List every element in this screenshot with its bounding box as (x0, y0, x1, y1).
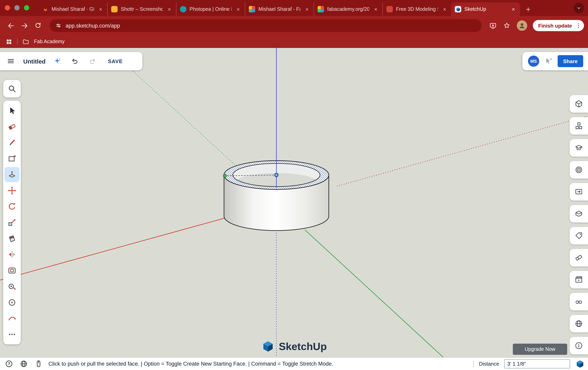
forward-button[interactable] (18, 19, 31, 32)
panel-components[interactable] (570, 117, 588, 135)
help-icon[interactable] (4, 359, 14, 369)
tool-offset[interactable] (4, 263, 20, 278)
tab-close-icon[interactable] (510, 6, 516, 12)
profile-avatar[interactable] (517, 20, 527, 31)
bookmark-folder[interactable]: Fab Academy (34, 39, 65, 44)
browser-tab[interactable]: fabacademy.org/20 (314, 2, 382, 16)
site-controls-icon[interactable] (55, 22, 62, 29)
divider (473, 361, 474, 367)
red-axis-dotted (337, 116, 588, 186)
back-button[interactable] (4, 19, 18, 32)
panel-tags[interactable] (570, 227, 588, 245)
reload-button[interactable] (31, 19, 45, 32)
info-icon (574, 341, 583, 350)
tab-title: SketchUp (464, 6, 507, 12)
upgrade-now-button[interactable]: Upgrade Now (513, 344, 567, 355)
3d-model-view[interactable] (0, 48, 588, 357)
panel-entity-info[interactable] (570, 95, 588, 113)
ai-sparkle-button[interactable] (51, 55, 63, 67)
tool-paint-bucket[interactable] (4, 231, 20, 246)
tool-more[interactable] (4, 327, 20, 342)
materials-icon (574, 253, 583, 262)
finish-update-button[interactable]: Finish update (533, 20, 584, 31)
apps-grid-icon[interactable] (6, 38, 12, 45)
menu-kebab-icon[interactable] (575, 22, 582, 29)
panel-outliner[interactable] (570, 205, 588, 222)
document-title[interactable]: Untitled (23, 58, 46, 65)
photopea-icon (180, 6, 186, 12)
browser-tab[interactable]: Mishael Sharaf - Fa (245, 2, 314, 16)
tool-scale[interactable] (4, 215, 20, 230)
tool-flip[interactable] (4, 247, 20, 262)
browser-tab[interactable]: Shottr – Screensho (107, 2, 176, 16)
tool-line[interactable] (4, 135, 20, 150)
bookmarks-bar: Fab Academy (0, 35, 588, 48)
tool-push-pull[interactable] (4, 167, 20, 182)
sketchup-logo-icon (261, 340, 275, 353)
tool-rotate[interactable] (4, 199, 20, 214)
tool-palette (3, 101, 21, 344)
tool-search-button[interactable] (3, 80, 21, 98)
scenes-icon (574, 275, 583, 284)
shottr-icon (111, 6, 118, 12)
url-bar[interactable]: app.sketchup.com/app (50, 19, 481, 32)
panel-styles[interactable] (570, 161, 588, 179)
components-icon (574, 121, 583, 130)
glasses-icon (574, 297, 583, 306)
live-cursor-icon[interactable] (544, 57, 553, 66)
install-app-icon[interactable] (486, 19, 500, 32)
panel-rail (570, 95, 588, 354)
new-tab-button[interactable] (522, 4, 534, 15)
tab-close-icon[interactable] (372, 6, 379, 12)
share-button[interactable]: Share (558, 55, 583, 67)
browser-tab-active[interactable]: SketchUp (451, 2, 520, 16)
app-toolbar: Untitled SAVE (0, 52, 142, 70)
browser-tab[interactable]: Photopea | Online P (176, 2, 245, 16)
redo-button[interactable] (86, 55, 98, 67)
status-bar: Click to push or pull the selected face.… (0, 357, 588, 370)
panel-scenes[interactable] (570, 271, 588, 289)
window-close-button[interactable] (5, 5, 10, 10)
tool-eraser[interactable] (4, 119, 20, 134)
panel-materials[interactable] (570, 249, 588, 267)
tool-tape-measure[interactable] (4, 279, 20, 294)
window-minimize-button[interactable] (14, 5, 20, 10)
mouse-settings-icon[interactable] (34, 359, 43, 369)
panel-model-info[interactable] (570, 337, 588, 354)
divider (17, 38, 18, 45)
browser-tab[interactable]: Mishael Sharaf · Git (38, 2, 107, 16)
language-globe-icon[interactable] (19, 359, 28, 369)
tab-close-icon[interactable] (166, 6, 172, 12)
tab-title: Photopea | Online P (189, 6, 231, 12)
tab-search-button[interactable] (574, 3, 584, 13)
tab-close-icon[interactable] (441, 6, 448, 12)
tool-orbit[interactable] (4, 311, 20, 326)
main-menu-button[interactable] (4, 54, 18, 68)
tab-close-icon[interactable] (304, 6, 310, 12)
push-pull-icon (7, 170, 17, 180)
tool-move[interactable] (4, 183, 20, 198)
bookmark-star-icon[interactable] (500, 19, 513, 32)
sketchup-icon (455, 6, 461, 12)
scale-icon (7, 218, 17, 227)
panel-views[interactable] (570, 183, 588, 200)
undo-button[interactable] (69, 55, 81, 67)
user-avatar[interactable]: MS (528, 56, 539, 67)
tab-title: Shottr – Screensho (121, 6, 163, 12)
panel-geolocation[interactable] (570, 315, 588, 332)
panel-overlays[interactable] (570, 293, 588, 310)
browser-tab[interactable]: Free 3D Modeling S (382, 2, 451, 16)
tab-close-icon[interactable] (97, 6, 104, 12)
save-button[interactable]: SAVE (108, 58, 123, 64)
tool-select[interactable] (4, 103, 20, 118)
browser-toolbar: app.sketchup.com/app Finish update (0, 16, 588, 35)
tool-shapes[interactable] (4, 151, 20, 166)
window-zoom-button[interactable] (24, 5, 29, 10)
tab-close-icon[interactable] (235, 6, 241, 12)
sketchup-viewport: Untitled SAVE MS Share (0, 48, 588, 357)
distance-input[interactable] (504, 359, 570, 368)
tool-circle[interactable] (4, 295, 20, 310)
sketchup-corner-logo-icon (575, 359, 585, 369)
panel-instructor[interactable] (570, 139, 588, 157)
distance-label: Distance (479, 361, 499, 367)
